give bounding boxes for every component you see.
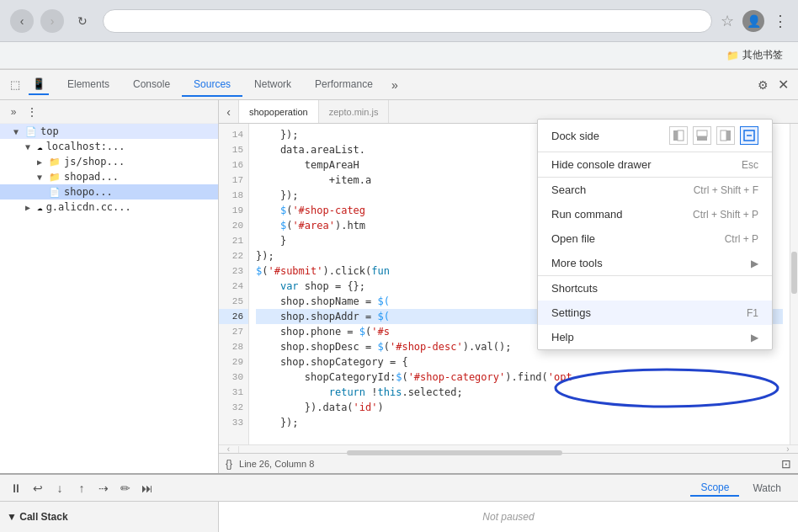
debug-pause-button[interactable]: ⏸ bbox=[7, 479, 25, 497]
cloud-icon-localhost: ☁ bbox=[37, 141, 43, 152]
dock-undocked-icon[interactable] bbox=[740, 126, 758, 145]
menu-shortcut-settings: F1 bbox=[747, 307, 758, 319]
status-expand-icon[interactable]: ⊡ bbox=[781, 457, 791, 471]
context-menu: Dock side bbox=[537, 119, 773, 350]
menu-label-hide-console: Hide console drawer bbox=[551, 158, 652, 171]
menu-item-hide-console[interactable]: Hide console drawer Esc bbox=[538, 152, 772, 177]
menu-label-settings: Settings bbox=[551, 306, 591, 319]
forward-button[interactable]: › bbox=[40, 9, 64, 33]
code-line-33: }); bbox=[256, 415, 783, 430]
address-bar[interactable] bbox=[103, 9, 712, 33]
bookmark-icon: 📁 bbox=[726, 50, 739, 61]
menu-item-shortcuts[interactable]: Shortcuts bbox=[538, 276, 772, 301]
tree-item-shopo[interactable]: 📄 shopo... bbox=[0, 184, 218, 200]
menu-shortcut-open-file: Ctrl + P bbox=[725, 233, 758, 245]
menu-label-help: Help bbox=[551, 331, 574, 343]
menu-item-search[interactable]: Search Ctrl + Shift + F bbox=[538, 178, 772, 202]
code-tab-zepto[interactable]: zepto.min.js bbox=[319, 100, 390, 123]
debug-step-button[interactable]: ⇢ bbox=[94, 479, 113, 497]
file-panel-menu-icon[interactable]: ⋮ bbox=[24, 104, 40, 120]
code-tab-shopoperation[interactable]: shopoperation bbox=[239, 100, 319, 123]
code-tab-back-button[interactable]: ‹ bbox=[219, 100, 239, 123]
code-line-29: shop.shopCategory = { bbox=[256, 354, 783, 370]
code-line-32: }).data('id') bbox=[256, 400, 783, 415]
bottom-tab-scope[interactable]: Scope bbox=[690, 480, 739, 497]
svg-rect-1 bbox=[678, 130, 684, 141]
cloud-icon-alicdn: ☁ bbox=[37, 202, 43, 213]
menu-item-run-command[interactable]: Run command Ctrl + Shift + P bbox=[538, 202, 772, 226]
bookmark-item[interactable]: 📁 其他书签 bbox=[720, 46, 790, 64]
menu-label-search: Search bbox=[551, 184, 586, 196]
menu-item-open-file[interactable]: Open file Ctrl + P bbox=[538, 226, 772, 251]
menu-item-more-tools[interactable]: More tools ▶ bbox=[538, 251, 772, 275]
dock-left-icon[interactable] bbox=[669, 126, 688, 145]
menu-item-settings[interactable]: Settings F1 bbox=[538, 301, 772, 325]
menu-arrow-help: ▶ bbox=[751, 332, 758, 343]
debug-step-out-button[interactable]: ↑ bbox=[72, 479, 91, 497]
tree-arrow-top: ▼ bbox=[13, 127, 25, 136]
svg-rect-4 bbox=[721, 130, 726, 141]
debug-async-button[interactable]: ⏭ bbox=[138, 479, 157, 497]
tree-label-shopad: shopad... bbox=[64, 171, 119, 183]
tree-item-alicdn[interactable]: ▶ ☁ g.alicdn.cc... bbox=[0, 200, 218, 215]
tree-label-localhost: localhost:... bbox=[46, 141, 125, 152]
folder-icon-shopad: 📁 bbox=[49, 172, 61, 183]
bookmark-label: 其他书签 bbox=[742, 48, 783, 62]
svg-rect-5 bbox=[726, 130, 731, 141]
menu-shortcut-search: Ctrl + Shift + F bbox=[694, 184, 758, 196]
back-button[interactable]: ‹ bbox=[10, 9, 34, 33]
dock-side-label: Dock side bbox=[551, 130, 599, 142]
dock-bottom-icon[interactable] bbox=[693, 126, 711, 145]
file-panel-more-icon[interactable]: » bbox=[5, 104, 22, 120]
file-icon-shopo: 📄 bbox=[49, 187, 61, 198]
debug-step-into-button[interactable]: ↓ bbox=[51, 479, 69, 497]
browser-nav-buttons: ‹ › ↻ bbox=[10, 9, 94, 33]
devtools-select-icon[interactable]: ⬚ bbox=[5, 75, 25, 95]
devtools-settings-icon[interactable]: ⚙ bbox=[753, 75, 773, 95]
debug-step-over-button[interactable]: ↩ bbox=[29, 479, 47, 497]
star-icon[interactable]: ☆ bbox=[721, 12, 734, 30]
tab-network[interactable]: Network bbox=[242, 73, 303, 97]
tab-elements[interactable]: Elements bbox=[56, 73, 121, 97]
tree-label-alicdn: g.alicdn.cc... bbox=[46, 201, 131, 213]
devtools-close-icon[interactable]: ✕ bbox=[773, 75, 793, 95]
bottom-tab-watch[interactable]: Watch bbox=[742, 481, 791, 496]
svg-rect-3 bbox=[697, 136, 707, 141]
tab-sources[interactable]: Sources bbox=[182, 73, 242, 97]
more-tabs-button[interactable]: » bbox=[385, 75, 405, 95]
tree-item-shopad[interactable]: ▼ 📁 shopad... bbox=[0, 169, 218, 184]
menu-shortcut-run-command: Ctrl + Shift + P bbox=[693, 209, 758, 221]
menu-label-run-command: Run command bbox=[551, 208, 623, 221]
tab-performance[interactable]: Performance bbox=[303, 73, 385, 97]
menu-shortcut-hide-console: Esc bbox=[742, 159, 758, 171]
code-line-30: shopCategoryId:$('#shop-category').find(… bbox=[256, 370, 783, 385]
tree-item-top[interactable]: ▼ 📄 top bbox=[0, 124, 218, 139]
call-stack-section: ▼ Call Stack bbox=[0, 502, 219, 532]
tree-item-jsshop[interactable]: ▶ 📁 js/shop... bbox=[0, 154, 218, 169]
tab-console[interactable]: Console bbox=[121, 73, 182, 97]
not-paused-label: Not paused bbox=[482, 511, 534, 523]
menu-label-open-file: Open file bbox=[551, 232, 595, 245]
tree-label-shopo: shopo... bbox=[64, 186, 113, 198]
folder-icon-jsshop: 📁 bbox=[49, 157, 61, 168]
refresh-button[interactable]: ↻ bbox=[71, 9, 94, 33]
debug-highlight-button[interactable]: ✏ bbox=[116, 479, 135, 497]
svg-rect-0 bbox=[673, 130, 678, 141]
account-icon[interactable]: 👤 bbox=[742, 10, 764, 32]
devtools-device-icon[interactable]: 📱 bbox=[29, 75, 49, 95]
tree-item-localhost[interactable]: ▼ ☁ localhost:... bbox=[0, 139, 218, 154]
dock-icons-group bbox=[669, 126, 758, 145]
line-numbers: 14 15 16 17 18 19 20 21 22 23 24 25 26 2… bbox=[219, 124, 249, 444]
code-line-31: return !this.selected; bbox=[256, 385, 783, 400]
menu-label-shortcuts: Shortcuts bbox=[551, 282, 598, 295]
menu-item-help[interactable]: Help ▶ bbox=[538, 325, 772, 349]
not-paused-area: Not paused bbox=[219, 502, 798, 532]
dock-right-icon[interactable] bbox=[716, 126, 735, 145]
tree-label-jsshop: js/shop... bbox=[64, 156, 125, 168]
tree-arrow-localhost: ▼ bbox=[25, 142, 37, 152]
browser-menu-icon[interactable]: ⋮ bbox=[773, 12, 788, 30]
status-bar: {} Line 26, Column 8 ⊡ bbox=[219, 453, 798, 473]
menu-arrow-more-tools: ▶ bbox=[751, 258, 758, 269]
tree-arrow-alicdn: ▶ bbox=[25, 203, 37, 212]
status-brace-icon: {} bbox=[226, 458, 232, 470]
